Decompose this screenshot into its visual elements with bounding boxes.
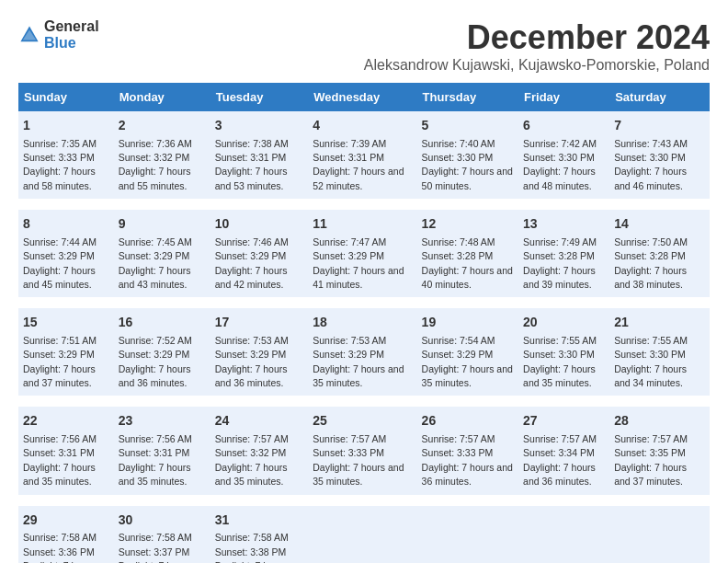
day-number: 29 (23, 511, 109, 530)
day-number: 23 (119, 412, 206, 431)
day-info: Sunrise: 7:58 AMSunset: 3:38 PMDaylight:… (215, 532, 289, 563)
calendar-cell: 31 Sunrise: 7:58 AMSunset: 3:38 PMDaylig… (210, 506, 309, 563)
main-title: December 2024 (364, 18, 710, 57)
calendar-cell (609, 506, 710, 563)
calendar-week-row: 22 Sunrise: 7:56 AMSunset: 3:31 PMDaylig… (18, 407, 710, 494)
day-number: 12 (422, 215, 514, 234)
day-number: 3 (215, 117, 304, 135)
day-info: Sunrise: 7:57 AMSunset: 3:32 PMDaylight:… (215, 433, 289, 487)
day-number: 17 (215, 314, 304, 332)
day-number: 7 (614, 117, 705, 135)
day-info: Sunrise: 7:40 AMSunset: 3:30 PMDaylight:… (422, 138, 513, 191)
day-info: Sunrise: 7:48 AMSunset: 3:28 PMDaylight:… (422, 236, 513, 290)
day-info: Sunrise: 7:50 AMSunset: 3:28 PMDaylight:… (614, 236, 688, 290)
day-number: 28 (614, 412, 705, 431)
calendar-cell: 8 Sunrise: 7:44 AMSunset: 3:29 PMDayligh… (18, 210, 114, 297)
calendar-cell: 14 Sunrise: 7:50 AMSunset: 3:28 PMDaylig… (609, 210, 710, 297)
day-info: Sunrise: 7:38 AMSunset: 3:31 PMDaylight:… (215, 138, 289, 191)
day-number: 20 (523, 314, 605, 332)
calendar-cell: 10 Sunrise: 7:46 AMSunset: 3:29 PMDaylig… (210, 210, 309, 297)
calendar-cell: 26 Sunrise: 7:57 AMSunset: 3:33 PMDaylig… (417, 407, 518, 494)
day-info: Sunrise: 7:57 AMSunset: 3:34 PMDaylight:… (523, 433, 597, 487)
day-info: Sunrise: 7:52 AMSunset: 3:29 PMDaylight:… (119, 335, 192, 388)
day-info: Sunrise: 7:35 AMSunset: 3:33 PMDaylight:… (23, 138, 97, 191)
logo: General Blue (18, 18, 99, 52)
day-info: Sunrise: 7:45 AMSunset: 3:29 PMDaylight:… (119, 236, 192, 290)
calendar-cell (417, 506, 518, 563)
day-number: 5 (422, 117, 514, 135)
day-number: 1 (23, 117, 109, 135)
day-number: 31 (215, 511, 304, 530)
calendar-cell: 23 Sunrise: 7:56 AMSunset: 3:31 PMDaylig… (114, 407, 210, 494)
day-number: 18 (313, 314, 412, 332)
column-header-sunday: Sunday (18, 83, 114, 111)
calendar-cell: 28 Sunrise: 7:57 AMSunset: 3:35 PMDaylig… (609, 407, 710, 494)
calendar-cell: 18 Sunrise: 7:53 AMSunset: 3:29 PMDaylig… (308, 308, 416, 396)
calendar-cell: 13 Sunrise: 7:49 AMSunset: 3:28 PMDaylig… (518, 210, 609, 297)
day-info: Sunrise: 7:57 AMSunset: 3:33 PMDaylight:… (313, 433, 404, 487)
day-number: 9 (119, 215, 206, 234)
calendar-week-row: 29 Sunrise: 7:58 AMSunset: 3:36 PMDaylig… (18, 506, 710, 563)
calendar-cell: 1 Sunrise: 7:35 AMSunset: 3:33 PMDayligh… (18, 111, 114, 199)
header: General Blue December 2024 Aleksandrow K… (18, 18, 710, 74)
day-number: 14 (614, 215, 705, 234)
day-info: Sunrise: 7:49 AMSunset: 3:28 PMDaylight:… (523, 236, 597, 290)
day-number: 30 (119, 511, 206, 530)
week-spacer (18, 396, 710, 407)
day-info: Sunrise: 7:43 AMSunset: 3:30 PMDaylight:… (614, 138, 688, 191)
column-header-monday: Monday (114, 83, 210, 111)
column-header-saturday: Saturday (609, 83, 710, 111)
day-info: Sunrise: 7:53 AMSunset: 3:29 PMDaylight:… (215, 335, 289, 388)
day-info: Sunrise: 7:58 AMSunset: 3:36 PMDaylight:… (23, 532, 97, 563)
calendar-cell: 20 Sunrise: 7:55 AMSunset: 3:30 PMDaylig… (518, 308, 609, 396)
day-number: 10 (215, 215, 304, 234)
calendar-cell: 12 Sunrise: 7:48 AMSunset: 3:28 PMDaylig… (417, 210, 518, 297)
spacer-cell (18, 199, 710, 210)
calendar-cell: 19 Sunrise: 7:54 AMSunset: 3:29 PMDaylig… (417, 308, 518, 396)
logo-icon (18, 24, 40, 46)
calendar-cell: 24 Sunrise: 7:57 AMSunset: 3:32 PMDaylig… (210, 407, 309, 494)
calendar-week-row: 15 Sunrise: 7:51 AMSunset: 3:29 PMDaylig… (18, 308, 710, 396)
day-number: 15 (23, 314, 109, 332)
logo-blue: Blue (44, 35, 76, 51)
day-number: 27 (523, 412, 605, 431)
column-header-friday: Friday (518, 83, 609, 111)
calendar-cell: 6 Sunrise: 7:42 AMSunset: 3:30 PMDayligh… (518, 111, 609, 199)
day-info: Sunrise: 7:58 AMSunset: 3:37 PMDaylight:… (119, 532, 192, 563)
day-number: 2 (119, 117, 206, 135)
calendar-cell: 2 Sunrise: 7:36 AMSunset: 3:32 PMDayligh… (114, 111, 210, 199)
spacer-cell (18, 396, 710, 407)
calendar-cell: 15 Sunrise: 7:51 AMSunset: 3:29 PMDaylig… (18, 308, 114, 396)
calendar-cell: 16 Sunrise: 7:52 AMSunset: 3:29 PMDaylig… (114, 308, 210, 396)
spacer-cell (18, 495, 710, 506)
day-info: Sunrise: 7:55 AMSunset: 3:30 PMDaylight:… (523, 335, 597, 388)
calendar-cell: 30 Sunrise: 7:58 AMSunset: 3:37 PMDaylig… (114, 506, 210, 563)
spacer-cell (18, 297, 710, 308)
day-number: 8 (23, 215, 109, 234)
day-info: Sunrise: 7:57 AMSunset: 3:33 PMDaylight:… (422, 433, 513, 487)
day-number: 4 (313, 117, 412, 135)
calendar-cell: 4 Sunrise: 7:39 AMSunset: 3:31 PMDayligh… (308, 111, 416, 199)
calendar-cell (518, 506, 609, 563)
calendar-cell: 17 Sunrise: 7:53 AMSunset: 3:29 PMDaylig… (210, 308, 309, 396)
day-info: Sunrise: 7:42 AMSunset: 3:30 PMDaylight:… (523, 138, 597, 191)
column-header-tuesday: Tuesday (210, 83, 309, 111)
day-number: 25 (313, 412, 412, 431)
day-info: Sunrise: 7:47 AMSunset: 3:29 PMDaylight:… (313, 236, 404, 290)
day-info: Sunrise: 7:44 AMSunset: 3:29 PMDaylight:… (23, 236, 97, 290)
column-header-wednesday: Wednesday (308, 83, 416, 111)
day-info: Sunrise: 7:46 AMSunset: 3:29 PMDaylight:… (215, 236, 289, 290)
day-info: Sunrise: 7:55 AMSunset: 3:30 PMDaylight:… (614, 335, 688, 388)
calendar-cell: 9 Sunrise: 7:45 AMSunset: 3:29 PMDayligh… (114, 210, 210, 297)
week-spacer (18, 495, 710, 506)
calendar-cell: 29 Sunrise: 7:58 AMSunset: 3:36 PMDaylig… (18, 506, 114, 563)
day-number: 24 (215, 412, 304, 431)
calendar-cell: 22 Sunrise: 7:56 AMSunset: 3:31 PMDaylig… (18, 407, 114, 494)
day-info: Sunrise: 7:54 AMSunset: 3:29 PMDaylight:… (422, 335, 513, 388)
day-number: 26 (422, 412, 514, 431)
day-number: 16 (119, 314, 206, 332)
calendar-table: SundayMondayTuesdayWednesdayThursdayFrid… (18, 83, 710, 563)
calendar-week-row: 8 Sunrise: 7:44 AMSunset: 3:29 PMDayligh… (18, 210, 710, 297)
calendar-cell: 7 Sunrise: 7:43 AMSunset: 3:30 PMDayligh… (609, 111, 710, 199)
day-info: Sunrise: 7:56 AMSunset: 3:31 PMDaylight:… (119, 433, 192, 487)
